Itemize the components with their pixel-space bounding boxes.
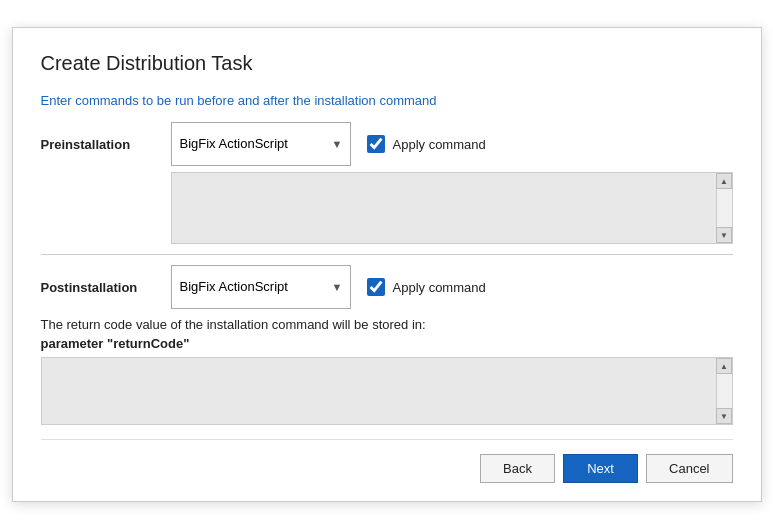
cancel-button[interactable]: Cancel xyxy=(646,454,732,483)
return-code-scroll-up[interactable]: ▲ xyxy=(716,358,732,374)
postinstallation-select[interactable]: BigFix ActionScript xyxy=(171,265,351,309)
return-code-description: The return code value of the installatio… xyxy=(41,317,733,332)
preinstallation-select[interactable]: BigFix ActionScript xyxy=(171,122,351,166)
postinstallation-row: Postinstallation BigFix ActionScript ▼ A… xyxy=(41,265,733,309)
return-code-textarea[interactable]: ▲ ▼ xyxy=(41,357,733,425)
postinstallation-label: Postinstallation xyxy=(41,280,171,295)
preinstallation-scroll-up[interactable]: ▲ xyxy=(716,173,732,189)
preinstallation-row: Preinstallation BigFix ActionScript ▼ Ap… xyxy=(41,122,733,166)
postinstallation-checkbox[interactable] xyxy=(367,278,385,296)
section-divider xyxy=(41,254,733,255)
preinstallation-label: Preinstallation xyxy=(41,137,171,152)
preinstallation-checkbox[interactable] xyxy=(367,135,385,153)
preinstallation-select-wrapper: BigFix ActionScript ▼ xyxy=(171,122,351,166)
create-distribution-task-dialog: Create Distribution Task Enter commands … xyxy=(12,27,762,502)
postinstallation-checkbox-wrapper: Apply command xyxy=(367,278,486,296)
description-text: Enter commands to be run before and afte… xyxy=(41,93,733,108)
preinstallation-textarea[interactable]: ▲ ▼ xyxy=(171,172,733,244)
return-code-scroll-down[interactable]: ▼ xyxy=(716,408,732,424)
preinstallation-scroll-down[interactable]: ▼ xyxy=(716,227,732,243)
preinstallation-checkbox-wrapper: Apply command xyxy=(367,135,486,153)
return-code-param: parameter "returnCode" xyxy=(41,336,733,351)
back-button[interactable]: Back xyxy=(480,454,555,483)
preinstallation-scrollbar[interactable]: ▲ ▼ xyxy=(716,173,732,243)
dialog-title: Create Distribution Task xyxy=(41,52,733,75)
postinstallation-apply-label: Apply command xyxy=(393,280,486,295)
preinstallation-apply-label: Apply command xyxy=(393,137,486,152)
return-code-scrollbar[interactable]: ▲ ▼ xyxy=(716,358,732,424)
dialog-footer: Back Next Cancel xyxy=(41,439,733,483)
postinstallation-select-wrapper: BigFix ActionScript ▼ xyxy=(171,265,351,309)
next-button[interactable]: Next xyxy=(563,454,638,483)
